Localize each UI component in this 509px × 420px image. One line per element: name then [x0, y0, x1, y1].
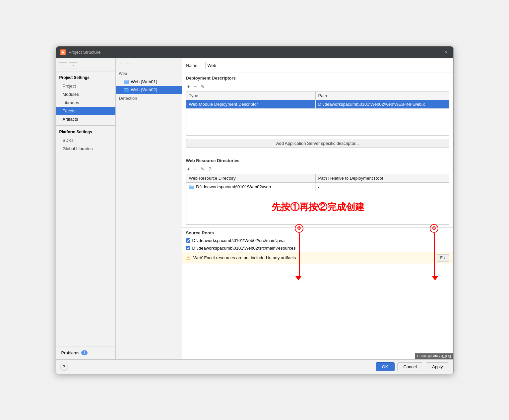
project-settings-header: Project Settings — [56, 73, 115, 82]
dir-cell: D:\ideaworkspacumb\0101\Web02\web — [186, 183, 316, 191]
middle-item-web01[interactable]: Web (Web01) — [116, 78, 182, 86]
add-server-button[interactable]: Add Application Server specific descript… — [186, 139, 449, 148]
problems-badge: 1 — [81, 350, 87, 355]
right-panel: Name: Deployment Descriptors + − ✎ Type … — [182, 58, 453, 359]
source-root-2: D:\ideaworkspacumb\0101\Web02\src\main\r… — [182, 244, 453, 252]
source-root-1-path: D:\ideaworkspacumb\0101\Web02\src\main\j… — [192, 238, 285, 243]
deployment-toolbar: + − ✎ — [182, 82, 453, 91]
deployment-descriptors-title: Deployment Descriptors — [182, 73, 453, 82]
cancel-button[interactable]: Cancel — [397, 362, 423, 371]
name-input[interactable] — [205, 62, 449, 69]
type-cell: Web Module Deployment Descriptor — [186, 100, 316, 108]
source-root-2-path: D:\ideaworkspacumb\0101\Web02\src\main\r… — [192, 246, 296, 251]
dialog-title: Project Structure — [69, 50, 101, 55]
resource-row[interactable]: D:\ideaworkspacumb\0101\Web02\web / — [186, 183, 449, 191]
web-icon-2 — [124, 87, 129, 92]
resource-header: Web Resource Directory Path Relative to … — [186, 174, 449, 183]
edit-resource-button[interactable]: ✎ — [199, 166, 206, 172]
table-row[interactable]: Web Module Deployment Descriptor D:\idea… — [186, 100, 449, 109]
type-header: Type — [186, 91, 316, 100]
right-panel-wrapper: Name: Deployment Descriptors + − ✎ Type … — [182, 58, 453, 359]
middle-toolbar: + − — [116, 58, 182, 69]
dialog-body: ← → Project Settings Project Modules Lib… — [56, 58, 453, 359]
middle-item-web02[interactable]: Web (Web02) — [116, 86, 182, 94]
problems-label: Problems — [61, 350, 80, 355]
app-icon: P — [60, 49, 66, 55]
sidebar-divider — [56, 125, 115, 126]
ok-button[interactable]: OK — [376, 362, 395, 371]
apply-button[interactable]: Apply — [426, 362, 449, 371]
sidebar-item-artifacts[interactable]: Artifacts — [56, 115, 115, 123]
platform-settings-header: Platform Settings — [56, 128, 115, 136]
sidebar-item-global-libraries[interactable]: Global Libraries — [56, 145, 115, 153]
fix-button[interactable]: Fix — [437, 254, 449, 262]
nav-buttons: ← → — [56, 61, 115, 72]
svg-rect-8 — [189, 185, 191, 187]
svg-text:P: P — [61, 50, 64, 55]
folder-icon — [189, 185, 194, 189]
nav-back-button[interactable]: ← — [59, 62, 67, 69]
project-structure-dialog: P Project Structure × ← → Project Settin… — [56, 46, 454, 374]
bottom-bar: ? OK Cancel Apply — [56, 359, 453, 374]
resource-empty — [186, 191, 449, 224]
help-button[interactable]: ? — [60, 363, 68, 371]
sidebar-bottom: Problems 1 — [56, 346, 115, 359]
deployment-table: Type Path Web Module Deployment Descript… — [186, 91, 449, 136]
close-button[interactable]: × — [443, 49, 449, 55]
sidebar-item-sdks[interactable]: SDKs — [56, 136, 115, 145]
path-cell: D:\ideaworkspacumb\0101\Web02\web\WEB-IN… — [316, 100, 449, 108]
sidebar-item-facets[interactable]: Facets — [56, 107, 115, 115]
warning-icon: ⚠ — [186, 255, 191, 261]
resource-table: Web Resource Directory Path Relative to … — [186, 174, 449, 225]
add-facet-button[interactable]: + — [118, 60, 124, 67]
add-resource-button[interactable]: + — [186, 166, 191, 172]
remove-facet-button[interactable]: − — [125, 60, 130, 67]
sidebar-item-project[interactable]: Project — [56, 82, 115, 90]
empty-area — [186, 109, 449, 135]
name-label: Name: — [186, 63, 203, 68]
rel-path-cell: / — [316, 183, 449, 191]
problems-row[interactable]: Problems 1 — [59, 349, 113, 357]
sidebar-item-modules[interactable]: Modules — [56, 90, 115, 98]
dir-header: Web Resource Directory — [186, 174, 316, 182]
rel-path-header: Path Relative to Deployment Root — [316, 174, 449, 182]
name-row: Name: — [182, 58, 453, 73]
svg-rect-4 — [124, 81, 128, 81]
deployment-header: Type Path — [186, 91, 449, 100]
source-root-1-checkbox[interactable] — [186, 238, 190, 243]
add-descriptor-button[interactable]: + — [186, 83, 191, 90]
title-bar: P Project Structure × — [56, 46, 453, 58]
remove-descriptor-button[interactable]: − — [193, 83, 198, 90]
resource-toolbar: + − ✎ ? — [182, 164, 453, 174]
web-group-label: Web — [116, 69, 182, 78]
svg-rect-6 — [124, 89, 128, 89]
source-roots-title: Source Roots — [182, 228, 453, 237]
bottom-left: ? — [60, 363, 68, 371]
svg-rect-5 — [124, 88, 129, 92]
help-resource-button[interactable]: ? — [207, 166, 213, 172]
warning-text: 'Web' Facet resources are not included i… — [193, 255, 296, 260]
web-resource-title: Web Resource Directories — [182, 155, 453, 164]
source-roots-section: Source Roots D:\ideaworkspacumb\0101\Web… — [182, 227, 453, 252]
detection-label: Detection — [116, 94, 182, 103]
source-root-1: D:\ideaworkspacumb\0101\Web02\src\main\j… — [182, 237, 453, 244]
edit-descriptor-button[interactable]: ✎ — [199, 83, 206, 90]
svg-rect-3 — [124, 80, 129, 84]
remove-resource-button[interactable]: − — [193, 166, 198, 172]
web-icon — [124, 79, 129, 85]
middle-panel: + − Web Web (Web01) Web (Web02) Detectio… — [116, 58, 182, 359]
warning-row: ⚠ 'Web' Facet resources are not included… — [182, 252, 453, 264]
path-header: Path — [316, 91, 449, 100]
sidebar: ← → Project Settings Project Modules Lib… — [56, 58, 116, 359]
nav-forward-button[interactable]: → — [69, 62, 77, 69]
title-bar-left: P Project Structure — [60, 49, 101, 55]
web-resource-section: Web Resource Directories + − ✎ ? Web Res… — [182, 154, 453, 225]
sidebar-item-libraries[interactable]: Libraries — [56, 98, 115, 107]
source-root-2-checkbox[interactable] — [186, 246, 190, 250]
